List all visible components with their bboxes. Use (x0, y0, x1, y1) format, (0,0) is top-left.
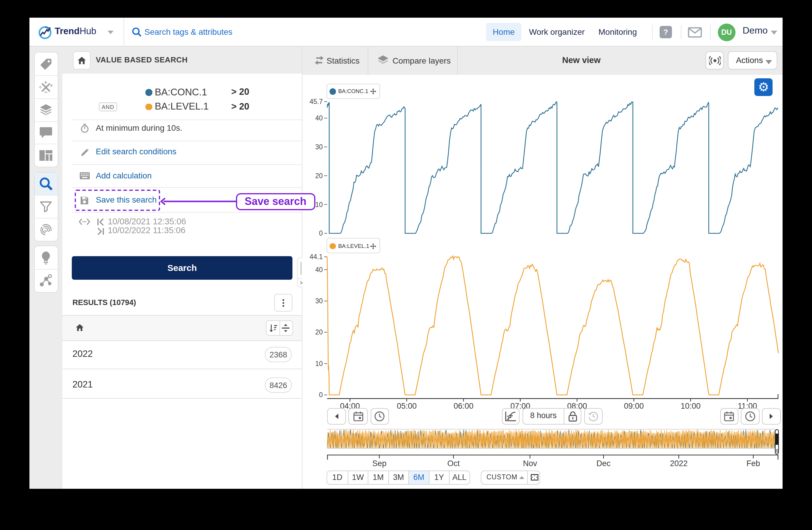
svg-text:40: 40 (315, 114, 322, 122)
svg-text:10: 10 (315, 360, 322, 367)
svg-text:10:00: 10:00 (681, 402, 700, 410)
svg-text:20: 20 (315, 172, 322, 180)
svg-text:44.1: 44.1 (309, 253, 322, 261)
svg-text:30: 30 (315, 297, 322, 305)
svg-text:×: × (50, 83, 53, 88)
svg-text:0: 0 (319, 391, 322, 399)
svg-text:Dec: Dec (596, 459, 610, 468)
svg-text:40: 40 (315, 266, 322, 274)
svg-text:2022: 2022 (670, 459, 687, 468)
svg-text:+: + (44, 80, 47, 85)
svg-text:÷: ÷ (39, 84, 42, 90)
svg-text:Feb: Feb (746, 459, 760, 468)
svg-text:Sep: Sep (372, 459, 386, 468)
svg-text:−: − (44, 89, 48, 95)
svg-text:05:00: 05:00 (396, 402, 417, 410)
svg-text:Oct: Oct (447, 459, 459, 468)
svg-text:Nov: Nov (522, 459, 537, 468)
svg-text:45.7: 45.7 (309, 98, 322, 106)
svg-text:0: 0 (319, 230, 322, 237)
svg-text:09:00: 09:00 (624, 402, 644, 410)
svg-text:06:00: 06:00 (453, 402, 473, 410)
svg-text:20: 20 (315, 329, 322, 336)
svg-text:10: 10 (315, 201, 322, 208)
svg-text:30: 30 (315, 143, 322, 151)
